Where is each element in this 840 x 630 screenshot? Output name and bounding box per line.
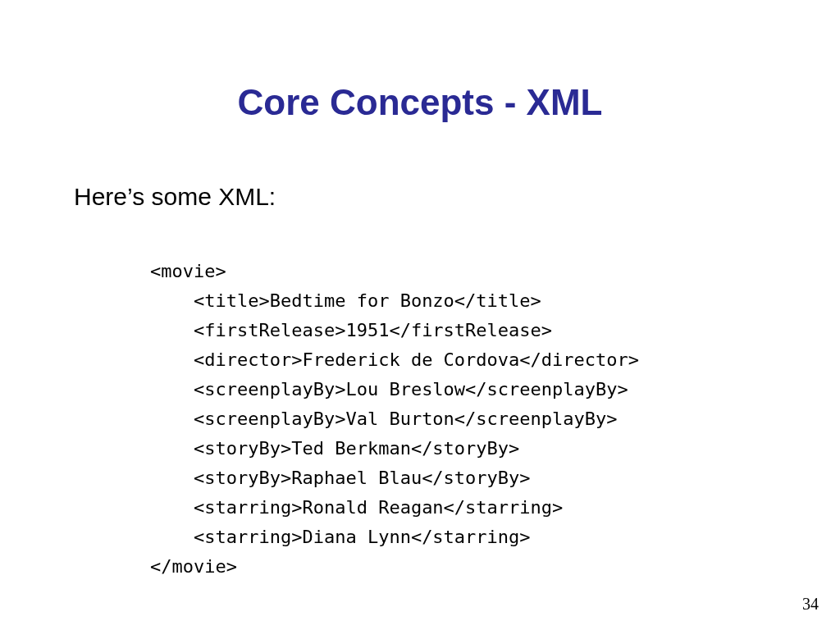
slide: Core Concepts - XML Here’s some XML: <mo…	[0, 0, 840, 630]
slide-title: Core Concepts - XML	[0, 82, 840, 123]
intro-text: Here’s some XML:	[74, 183, 276, 211]
page-number: 34	[802, 595, 819, 614]
xml-code-block: <movie> <title>Bedtime for Bonzo</title>…	[150, 257, 639, 582]
